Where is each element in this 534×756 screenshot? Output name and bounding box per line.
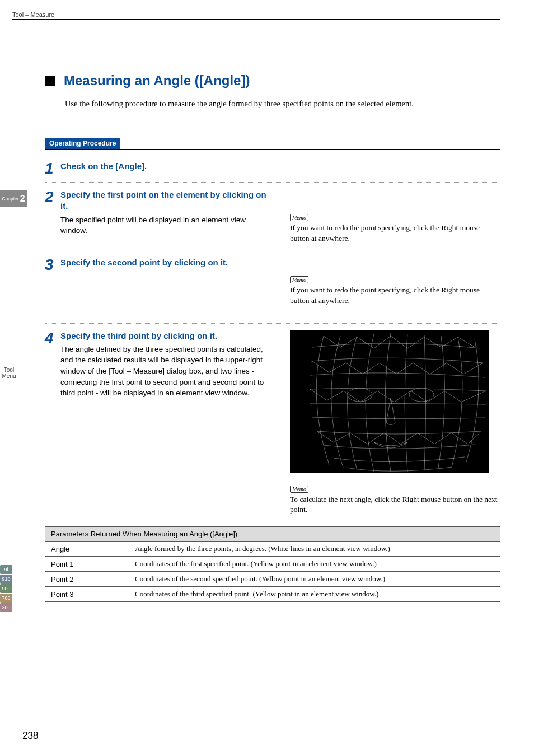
- step-divider: [45, 250, 500, 250]
- section-heading: Measuring an Angle ([Angle]): [45, 73, 500, 91]
- param-label: Point 3: [45, 587, 129, 602]
- step-title: Check on the [Angle].: [60, 161, 273, 172]
- table-row: Point 1 Coordinates of the first specifi…: [45, 557, 500, 572]
- memo-text: If you want to redo the point specifying…: [290, 285, 500, 306]
- operating-procedure-rule: [45, 149, 500, 150]
- param-label: Point 1: [45, 557, 129, 572]
- chapter-tab: Chapter 2: [0, 190, 27, 207]
- step-title: Specify the third point by clicking on i…: [60, 330, 273, 342]
- step-title: Specify the second point by clicking on …: [60, 257, 273, 268]
- side-menu-line2: Menu: [2, 373, 16, 379]
- memo-icon: Memo: [290, 486, 308, 493]
- step-1: 1 Check on the [Angle].: [45, 161, 500, 176]
- step-number: 3: [45, 257, 60, 306]
- steps-list: 1 Check on the [Angle]. 2 Specify the fi…: [45, 161, 500, 515]
- chapter-label: Chapter: [2, 196, 18, 202]
- parameters-table: Parameters Returned When Measuring an An…: [45, 526, 500, 602]
- step-number: 4: [45, 330, 60, 516]
- header-rule: [12, 19, 500, 20]
- memo-icon: Memo: [290, 214, 308, 221]
- table-row: Angle Angle formed by the three points, …: [45, 542, 500, 557]
- memo-text: If you want to redo the point specifying…: [290, 223, 500, 244]
- side-tab-910: 910: [0, 575, 12, 584]
- table-row: Point 2 Coordinates of the second specif…: [45, 572, 500, 587]
- side-menu-label: Tool Menu: [0, 367, 21, 379]
- section-bullet-icon: [45, 76, 55, 86]
- section-title: Measuring an Angle ([Angle]): [64, 73, 250, 88]
- table-header: Parameters Returned When Measuring an An…: [45, 527, 500, 542]
- step-2: 2 Specify the first point on the element…: [45, 189, 500, 244]
- breadcrumb: Tool – Measure: [12, 11, 500, 18]
- side-tabs: Tool Menu 9i 910 900 700 300: [0, 367, 21, 613]
- param-desc: Angle formed by the three points, in deg…: [129, 542, 500, 557]
- side-tab-300: 300: [0, 603, 12, 612]
- step-text: The angle defined by the three specified…: [60, 344, 273, 399]
- step-number: 1: [45, 161, 60, 176]
- intro-text: Use the following procedure to measure t…: [65, 98, 500, 110]
- side-tab-900: 900: [0, 584, 12, 593]
- step-3: 3 Specify the second point by clicking o…: [45, 257, 500, 306]
- table-row: Point 3 Coordinates of the third specifi…: [45, 587, 500, 602]
- wireframe-face-image: [290, 330, 489, 473]
- step-divider: [45, 323, 500, 324]
- side-tab-700: 700: [0, 594, 12, 603]
- step-4: 4 Specify the third point by clicking on…: [45, 330, 500, 516]
- step-text: The specified point will be displayed in…: [60, 214, 273, 236]
- side-menu-line1: Tool: [4, 367, 14, 373]
- memo-icon: Memo: [290, 276, 308, 283]
- memo-text: To calculate the next angle, click the R…: [290, 494, 500, 516]
- param-label: Point 2: [45, 572, 129, 587]
- param-desc: Coordinates of the second specified poin…: [129, 572, 500, 587]
- step-number: 2: [45, 189, 60, 244]
- step-divider: [45, 182, 500, 183]
- operating-procedure-label: Operating Procedure: [45, 138, 120, 149]
- page-number: 238: [22, 730, 38, 741]
- param-label: Angle: [45, 542, 129, 557]
- step-title: Specify the first point on the element b…: [60, 189, 273, 212]
- side-tab-9i: 9i: [0, 565, 12, 574]
- param-desc: Coordinates of the first specified point…: [129, 557, 500, 572]
- param-desc: Coordinates of the third specified point…: [129, 587, 500, 602]
- chapter-number: 2: [20, 194, 25, 204]
